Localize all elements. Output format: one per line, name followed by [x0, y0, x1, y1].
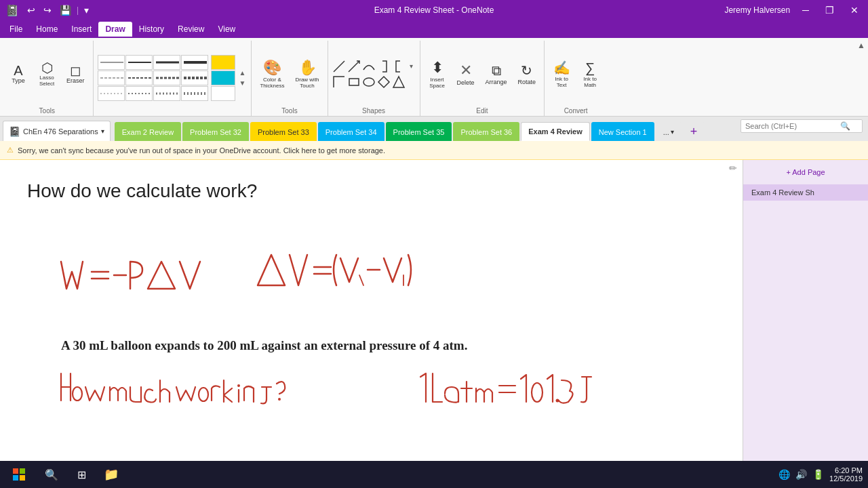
- rotate-button[interactable]: ↻ Rotate: [514, 60, 540, 88]
- stroke-11[interactable]: [153, 86, 180, 101]
- right-panel: + Add Page Exam 4 Review Sh: [743, 160, 868, 461]
- undo-button[interactable]: ↩: [24, 3, 38, 17]
- notebook-name: ChEn 476 Separations: [23, 127, 98, 136]
- draw-with-touch-button[interactable]: ✋ Draw withTouch: [291, 56, 323, 92]
- lasso-select-button[interactable]: ⬡ LassoSelect: [34, 58, 60, 89]
- shape-bracket-right[interactable]: [377, 60, 391, 73]
- tab-exam2review[interactable]: Exam 2 Review: [115, 122, 181, 141]
- section-tabs-container: 📓 ChEn 476 Separations ▾ Exam 2 Review P…: [0, 117, 868, 141]
- menu-review[interactable]: Review: [171, 22, 211, 37]
- menu-home[interactable]: Home: [29, 22, 64, 37]
- stroke-2[interactable]: [125, 55, 153, 70]
- menu-history[interactable]: History: [132, 22, 171, 37]
- taskbar-date: 12/5/2019: [829, 474, 863, 483]
- collapse-ribbon-button[interactable]: ▲: [857, 41, 865, 50]
- username: Jeremy Halversen: [724, 5, 790, 15]
- shape-ellipse[interactable]: [362, 75, 376, 89]
- stroke-3[interactable]: [153, 55, 180, 70]
- search-wrapper[interactable]: 🔍: [741, 119, 863, 133]
- stroke-scroll-down[interactable]: ▼: [237, 78, 249, 88]
- stroke-4[interactable]: [181, 55, 208, 70]
- stroke-10[interactable]: [125, 86, 153, 101]
- shape-corner[interactable]: [332, 75, 346, 89]
- edit-icon[interactable]: ✏: [729, 163, 737, 174]
- notebook-selector[interactable]: 📓 ChEn 476 Separations ▾: [3, 121, 111, 141]
- color-thickness-button[interactable]: 🎨 Color &Thickness: [256, 56, 288, 92]
- close-button[interactable]: ✕: [846, 3, 863, 17]
- svg-rect-14: [349, 79, 359, 85]
- shape-curve[interactable]: [362, 60, 376, 73]
- swatch-cyan[interactable]: [211, 70, 235, 85]
- menu-view[interactable]: View: [211, 22, 242, 37]
- svg-rect-39: [20, 475, 25, 481]
- menu-insert[interactable]: Insert: [64, 22, 98, 37]
- add-section-button[interactable]: +: [683, 122, 705, 141]
- page-entry[interactable]: Exam 4 Review Sh: [743, 184, 868, 201]
- stroke-1[interactable]: [98, 55, 125, 70]
- shape-arrow[interactable]: [347, 60, 361, 73]
- file-explorer-button[interactable]: 📁: [98, 461, 125, 488]
- stroke-5[interactable]: [98, 70, 125, 85]
- quick-access-toolbar[interactable]: 📓 ↩ ↪ 💾 | ▾: [5, 3, 92, 17]
- tab-ps34[interactable]: Problem Set 34: [318, 122, 384, 141]
- taskbar-time: 6:20 PM: [829, 466, 863, 474]
- restore-button[interactable]: ❐: [821, 3, 838, 17]
- taskbar-battery-icon: 🔋: [812, 469, 824, 480]
- tab-more[interactable]: ... ▾: [656, 122, 682, 141]
- menu-bar: File Home Insert Draw History Review Vie…: [0, 20, 868, 38]
- delete-button[interactable]: ✕ Delete: [453, 59, 479, 89]
- tab-newsection1[interactable]: New Section 1: [591, 122, 654, 141]
- minimize-button[interactable]: ─: [798, 3, 813, 17]
- arrange-button[interactable]: ⧉ Arrange: [481, 60, 511, 88]
- shape-bracket-left[interactable]: [392, 60, 406, 73]
- shape-triangle[interactable]: [392, 75, 406, 89]
- swatch-white[interactable]: [211, 86, 235, 101]
- menu-file[interactable]: File: [3, 22, 29, 37]
- redo-button[interactable]: ↪: [41, 3, 54, 17]
- ink-to-math-button[interactable]: ∑ Ink toMath: [577, 58, 603, 91]
- tab-ps36[interactable]: Problem Set 36: [453, 122, 519, 141]
- edit-label: Edit: [425, 107, 540, 116]
- swatch-yellow[interactable]: [211, 55, 235, 70]
- tools-label: Tools: [5, 107, 89, 116]
- eraser-button[interactable]: ◻ Eraser: [62, 61, 89, 87]
- customize-qat-button[interactable]: ▾: [81, 3, 92, 17]
- content-heading: How do we calculate work?: [27, 180, 715, 202]
- search-input[interactable]: [745, 122, 840, 130]
- stroke-9[interactable]: [98, 86, 125, 101]
- svg-rect-36: [13, 468, 18, 474]
- start-button[interactable]: [5, 461, 33, 488]
- tab-exam4review[interactable]: Exam 4 Review: [521, 122, 590, 141]
- stroke-8[interactable]: [181, 70, 208, 85]
- tab-ps35[interactable]: Problem Set 35: [386, 122, 452, 141]
- insert-space-button[interactable]: ⬍ InsertSpace: [425, 56, 450, 92]
- shapes-more-button[interactable]: ▾: [407, 61, 416, 71]
- svg-text:A 30 mL balloon expands to 200: A 30 mL balloon expands to 200 mL agains…: [61, 338, 467, 352]
- search-taskbar-button[interactable]: 🔍: [38, 461, 65, 488]
- svg-point-29: [278, 398, 281, 401]
- tab-ps32[interactable]: Problem Set 32: [182, 122, 249, 141]
- main-layout: ✏ How do we calculate work?: [0, 160, 868, 461]
- shape-diamond[interactable]: [377, 75, 391, 89]
- convert-label: Convert: [549, 107, 603, 116]
- title-bar: 📓 ↩ ↪ 💾 | ▾ Exam 4 Review Sheet - OneNot…: [0, 0, 868, 20]
- ink-to-text-button[interactable]: ✍ Ink toText: [549, 57, 574, 91]
- stroke-7[interactable]: [153, 70, 180, 85]
- svg-point-26: [199, 388, 208, 401]
- stroke-6[interactable]: [125, 70, 153, 85]
- warning-message: Sorry, we can't sync because you've run …: [18, 146, 385, 155]
- stroke-scroll-up[interactable]: ▲: [237, 68, 249, 78]
- menu-draw[interactable]: Draw: [98, 22, 132, 37]
- add-page-button[interactable]: + Add Page: [781, 165, 830, 179]
- save-button[interactable]: 💾: [57, 3, 74, 17]
- taskbar-clock[interactable]: 6:20 PM 12/5/2019: [829, 466, 863, 483]
- stroke-12[interactable]: [181, 86, 208, 101]
- svg-point-34: [532, 383, 542, 402]
- tab-ps33[interactable]: Problem Set 33: [250, 122, 317, 141]
- type-button[interactable]: A Type: [5, 61, 31, 87]
- ribbon: A Type ⬡ LassoSelect ◻ Eraser Tools: [0, 38, 868, 117]
- shape-rect[interactable]: [347, 75, 361, 89]
- task-view-button[interactable]: ⊞: [68, 461, 95, 488]
- shape-line[interactable]: [332, 60, 346, 73]
- warning-bar[interactable]: ⚠ Sorry, we can't sync because you've ru…: [0, 141, 868, 160]
